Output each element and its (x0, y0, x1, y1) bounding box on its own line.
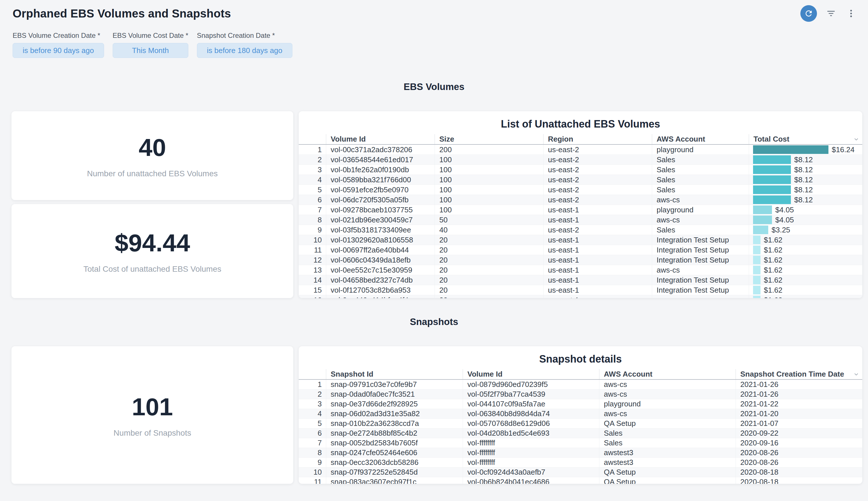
filter-value-button[interactable]: is before 180 days ago (197, 43, 292, 58)
filter-button[interactable] (825, 8, 837, 20)
cell-row-number: 14 (299, 275, 326, 285)
cell-volume-id: vol-0b6b824b041ec4686 (463, 477, 599, 484)
cell-region: us-east-1 (543, 275, 652, 285)
cell-row-number: 16 (299, 295, 326, 298)
cell-volume-id: vol-0570768d8e6129d06 (463, 418, 599, 428)
section-heading-ebs-volumes: EBS Volumes (0, 82, 868, 92)
table-header-row: Snapshot IdVolume IdAWS AccountSnapshot … (299, 369, 862, 380)
cell-snapshot-creation-date: 2021-01-07 (736, 418, 862, 428)
chevron-down-icon[interactable] (853, 371, 859, 377)
cell-row-number: 5 (299, 418, 326, 428)
cell-aws-account: aws-cs (599, 409, 736, 418)
cost-bar (753, 266, 761, 274)
chevron-down-icon[interactable] (853, 136, 859, 142)
cost-value: $1.62 (764, 276, 783, 285)
cell-row-number: 11 (299, 477, 326, 484)
cell-aws-account: Sales (599, 438, 736, 448)
cell-total-cost: $4.05 (749, 205, 862, 215)
cell-row-number: 8 (299, 215, 326, 225)
cost-bar (753, 256, 761, 264)
cell-volume-id: vol-ffffffff (463, 438, 599, 448)
cell-snapshot-id: snap-0247cfe052464e606 (326, 448, 463, 457)
table-row: 16vol-0ec446e414bfee4f420us-east-1aws-cs… (299, 295, 862, 298)
column-header-size[interactable]: Size (435, 134, 543, 145)
cell-aws-account: playground (599, 399, 736, 409)
cell-volume-id: vol-044107c0f9a5fa7ae (463, 399, 599, 409)
cell-aws-account: aws-cs (652, 265, 749, 275)
cell-snapshot-creation-date: 2020-09-16 (736, 438, 862, 448)
cost-bar-wrap: $1.62 (753, 255, 862, 265)
cell-volume-id: vol-09278bcaeb1037755 (326, 205, 435, 215)
cell-size: 50 (435, 215, 543, 225)
table-row: 2vol-036548544e61ed017100us-east-2Sales$… (299, 155, 862, 165)
column-header-volume-id[interactable]: Volume Id (463, 369, 599, 380)
table-row: 15vol-0f127053c82b6a95320us-east-1Integr… (299, 285, 862, 295)
cell-region: us-east-1 (543, 255, 652, 265)
cell-snapshot-creation-date: 2020-08-18 (736, 477, 862, 484)
cell-snapshot-creation-date: 2021-01-20 (736, 409, 862, 418)
cell-row-number: 4 (299, 175, 326, 185)
column-header-aws-account[interactable]: AWS Account (652, 134, 749, 145)
cell-snapshot-creation-date: 2021-01-22 (736, 399, 862, 409)
cell-volume-id: vol-0589bba321f766d00 (326, 175, 435, 185)
cell-aws-account: QA Setup (599, 467, 736, 477)
cell-volume-id: vol-021db96ee300459c7 (326, 215, 435, 225)
filter-value-button[interactable]: This Month (112, 43, 188, 58)
column-header-snapshot-creation-time-date[interactable]: Snapshot Creation Time Date (736, 369, 862, 380)
cell-snapshot-creation-date: 2020-08-26 (736, 457, 862, 467)
cell-aws-account: Integration Test Setup (652, 235, 749, 245)
cell-total-cost: $1.62 (749, 265, 862, 275)
cell-region: us-east-2 (543, 155, 652, 165)
table-row: 11vol-00697ff2a6e40bb4420us-east-1Integr… (299, 245, 862, 255)
cell-aws-account: playground (652, 205, 749, 215)
column-header-aws-account[interactable]: AWS Account (599, 369, 736, 380)
cell-volume-id: vol-06dc720f5305a05fb (326, 195, 435, 205)
filter-ebs-volume-cost-date: EBS Volume Cost Date * This Month (112, 32, 188, 58)
stat-value: 40 (139, 133, 166, 162)
cell-volume-id: vol-0f127053c82b6a953 (326, 285, 435, 295)
stat-label: Number of Snapshots (114, 428, 191, 438)
cost-bar (753, 205, 772, 214)
cell-volume-id: vol-ffffffff (463, 457, 599, 467)
cell-region: us-east-2 (543, 165, 652, 175)
cost-bar-wrap: $4.05 (753, 215, 862, 225)
cell-volume-id: vol-0591efce2fb5e0970 (326, 185, 435, 195)
column-header-volume-id[interactable]: Volume Id (326, 134, 435, 145)
cell-snapshot-id: snap-06d02ad3d31e35a82 (326, 409, 463, 418)
filter-label: EBS Volume Creation Date * (13, 32, 104, 40)
cost-value: $1.62 (764, 266, 783, 275)
cell-row-number: 15 (299, 285, 326, 295)
page-title: Orphaned EBS Volumes and Snapshots (13, 7, 231, 20)
cell-volume-id: vol-0b1fe262a0f0190db (326, 165, 435, 175)
cell-row-number: 2 (299, 389, 326, 399)
cost-bar-wrap: $1.62 (753, 285, 862, 295)
cell-total-cost: $8.12 (749, 195, 862, 205)
cell-row-number: 9 (299, 457, 326, 467)
cell-total-cost: $16.24 (749, 145, 862, 155)
cell-aws-account: Integration Test Setup (652, 285, 749, 295)
cell-row-number: 3 (299, 165, 326, 175)
refresh-button[interactable] (800, 5, 817, 22)
cell-aws-account: aws-cs (599, 380, 736, 389)
ebs-section-grid: 40 Number of unattached EBS Volumes $94.… (0, 111, 868, 298)
cell-size: 100 (435, 165, 543, 175)
column-header-total-cost[interactable]: Total Cost (749, 134, 862, 145)
cost-bar (753, 145, 828, 154)
cost-bar (753, 286, 761, 294)
cell-aws-account: Sales (652, 185, 749, 195)
cell-row-number: 11 (299, 245, 326, 255)
cell-row-number: 10 (299, 467, 326, 477)
kebab-menu-button[interactable] (845, 8, 857, 20)
filter-value-button[interactable]: is before 90 days ago (13, 43, 104, 58)
cost-value: $1.62 (764, 256, 783, 265)
column-header-region[interactable]: Region (543, 134, 652, 145)
cost-bar-wrap: $16.24 (753, 145, 862, 154)
cost-bar-wrap: $1.62 (753, 295, 862, 298)
cost-bar-wrap: $3.25 (753, 225, 862, 235)
cell-region: us-east-1 (543, 285, 652, 295)
cell-volume-id: vol-0ee552c7c15e30959 (326, 265, 435, 275)
column-header-snapshot-id[interactable]: Snapshot Id (326, 369, 463, 380)
cost-bar-wrap: $1.62 (753, 265, 862, 275)
cell-snapshot-creation-date: 2021-01-26 (736, 380, 862, 389)
cell-region: us-east-1 (543, 295, 652, 298)
